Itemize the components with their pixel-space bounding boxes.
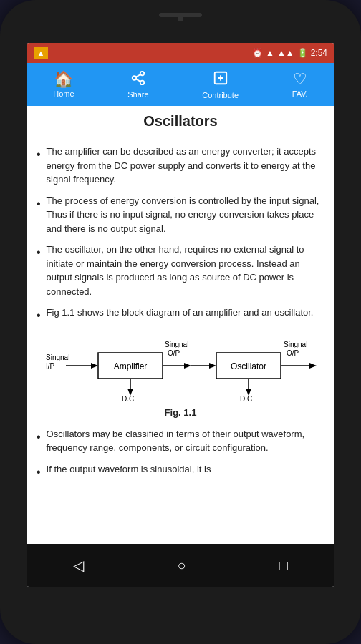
phone-screen: ▲ ⏰ ▲ ▲▲ 🔋 2:54 🏠 Home <box>27 43 334 587</box>
svg-text:Amplifier: Amplifier <box>114 361 148 371</box>
svg-marker-19 <box>209 363 216 369</box>
svg-marker-25 <box>309 363 317 369</box>
back-button[interactable]: ◁ <box>73 557 84 574</box>
bullet-list: • The amplifier can be described as an e… <box>37 145 324 324</box>
block-diagram: Singnal I/P Amplifier Singnal O/P <box>37 331 324 403</box>
list-item: • If the output waveform is sinusoidal, … <box>37 462 324 481</box>
warning-icon: ▲ <box>34 47 48 59</box>
bullet-text-3: The oscillator, on the other hand, requi… <box>47 243 324 298</box>
home-button[interactable]: ○ <box>177 557 186 574</box>
list-item: • The amplifier can be described as an e… <box>37 145 324 187</box>
wifi-icon: ▲ <box>266 48 274 58</box>
list-item: • The oscillator, on the other hand, req… <box>37 243 324 298</box>
nav-share[interactable]: Share <box>120 67 155 102</box>
svg-text:Singnal: Singnal <box>46 353 69 361</box>
page-title: Oscillators <box>27 106 334 137</box>
bullet-icon: • <box>37 244 41 261</box>
bottom-nav-bar: ◁ ○ □ <box>27 544 334 587</box>
nav-bar: 🏠 Home Share Contribute <box>27 63 334 106</box>
bullet-text-2: The process of energy conversion is cont… <box>47 194 324 236</box>
content-scroll[interactable]: • The amplifier can be described as an e… <box>27 137 334 544</box>
svg-point-0 <box>140 72 145 76</box>
home-icon: 🏠 <box>54 72 73 87</box>
svg-point-1 <box>133 76 137 80</box>
svg-line-3 <box>136 79 140 82</box>
nav-contribute-label: Contribute <box>202 91 239 99</box>
svg-text:Singnal: Singnal <box>284 341 307 348</box>
diagram-caption: Fig. 1.1 <box>165 406 197 420</box>
contribute-icon <box>213 70 228 89</box>
recents-button[interactable]: □ <box>279 557 288 574</box>
alarm-icon: ⏰ <box>252 48 263 58</box>
list-item: • Oscillators may be classified in terms… <box>37 427 324 455</box>
bottom-bullet-text-1: Oscillators may be classified in terms o… <box>47 427 324 455</box>
signal-icon: ▲▲ <box>277 48 294 58</box>
share-icon <box>130 70 146 88</box>
bullet-icon: • <box>37 429 41 446</box>
bottom-bullet-list: • Oscillators may be classified in terms… <box>37 427 324 481</box>
svg-text:D.C: D.C <box>240 395 252 403</box>
phone-frame: ▲ ⏰ ▲ ▲▲ 🔋 2:54 🏠 Home <box>0 0 361 644</box>
nav-home[interactable]: 🏠 Home <box>46 68 81 102</box>
bullet-icon: • <box>37 464 41 481</box>
svg-line-4 <box>136 74 140 77</box>
content-area: Oscillators • The amplifier can be descr… <box>27 106 334 544</box>
nav-favorites[interactable]: ♡ FAV. <box>285 68 315 102</box>
nav-share-label: Share <box>127 90 148 99</box>
bullet-text-4: Fig 1.1 shows the block diagram of an am… <box>47 306 314 320</box>
svg-text:O/P: O/P <box>168 349 180 357</box>
nav-home-label: Home <box>53 89 74 98</box>
bullet-text-1: The amplifier can be described as an ene… <box>47 145 324 187</box>
bullet-icon: • <box>37 195 41 213</box>
phone-camera <box>178 16 183 21</box>
nav-favorites-label: FAV. <box>292 89 308 98</box>
svg-point-2 <box>140 81 145 85</box>
time-display: 2:54 <box>311 48 327 58</box>
svg-text:I/P: I/P <box>46 362 55 370</box>
bottom-bullet-text-2: If the output waveform is sinusoidal, it… <box>47 462 211 477</box>
bullet-icon: • <box>37 307 41 324</box>
svg-text:Singnal: Singnal <box>165 341 188 348</box>
svg-text:O/P: O/P <box>287 349 299 357</box>
svg-text:D.C: D.C <box>122 395 134 403</box>
svg-text:Oscillator: Oscillator <box>231 361 266 371</box>
battery-icon: 🔋 <box>297 48 308 58</box>
list-item: • The process of energy conversion is co… <box>37 194 324 236</box>
bullet-icon: • <box>37 146 41 163</box>
svg-marker-17 <box>184 363 191 369</box>
diagram-container: Singnal I/P Amplifier Singnal O/P <box>37 331 324 420</box>
favorites-icon: ♡ <box>293 72 307 87</box>
list-item: • Fig 1.1 shows the block diagram of an … <box>37 306 324 324</box>
status-right: ⏰ ▲ ▲▲ 🔋 2:54 <box>252 48 327 58</box>
status-bar: ▲ ⏰ ▲ ▲▲ 🔋 2:54 <box>27 43 334 63</box>
nav-contribute[interactable]: Contribute <box>195 67 246 103</box>
svg-marker-11 <box>91 363 98 369</box>
